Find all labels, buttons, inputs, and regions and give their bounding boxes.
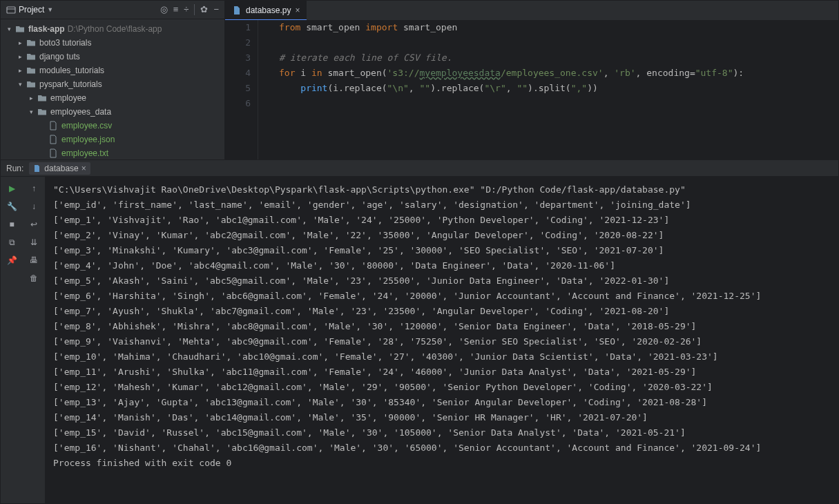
file-icon (48, 148, 59, 158)
layout-icon[interactable]: ⧉ (4, 235, 19, 250)
console-line: "C:\Users\Vishvajit Rao\OneDrive\Desktop… (53, 182, 830, 197)
tree-folder-employee[interactable]: ▸ employee (1, 91, 224, 105)
python-file-icon (232, 6, 242, 15)
wrap-icon[interactable]: ↩ (26, 217, 41, 232)
console-line: ['emp_10', 'Mahima', 'Chaudhari', 'abc10… (53, 349, 830, 365)
run-panel: Run: database × ▶ 🔧 ■ ⧉ 📌 ↑ ↓ ↩ ⇊ 🖶 🗑 "C… (1, 159, 838, 504)
console-line: ['emp_13', 'Ajay', 'Gupta', 'abc13@gmail… (53, 395, 830, 410)
console-output[interactable]: "C:\Users\Vishvajit Rao\OneDrive\Desktop… (45, 177, 838, 504)
scroll-icon[interactable]: ⇊ (26, 235, 41, 250)
console-line: ['emp_15', 'David', 'Russel', 'abc15@gma… (53, 425, 830, 440)
gear-icon[interactable]: ✿ (200, 4, 208, 15)
console-line: Process finished with exit code 0 (53, 456, 830, 471)
python-file-icon (33, 164, 41, 173)
close-icon[interactable]: × (81, 164, 86, 173)
console-line: ['emp_7', 'Ayush', 'Shukla', 'abc7@gmail… (53, 304, 830, 319)
tree-root[interactable]: ▾ flask-app D:\Python Code\flask-app (1, 22, 224, 36)
console-line: ['emp_5', 'Akash', 'Saini', 'abc5@gmail.… (53, 273, 830, 289)
tree-folder[interactable]: ▸ boto3 tutorials (1, 36, 224, 50)
project-header: Project ▼ ◎ ≡ ÷ ✿ − (1, 1, 224, 19)
target-icon[interactable]: ◎ (160, 4, 168, 15)
code-body[interactable]: from smart_open import smart_open # iter… (258, 20, 838, 159)
console-line: ['emp_14', 'Manish', 'Das', 'abc14@gmail… (53, 410, 830, 425)
console-line: ['emp_3', 'Minakshi', 'Kumary', 'abc3@gm… (53, 243, 830, 258)
hide-icon[interactable]: − (213, 4, 219, 15)
console-line: ['emp_9', 'Vaishanvi', 'Mehta', 'abc9@gm… (53, 334, 830, 349)
collapse-icon[interactable]: ÷ (184, 4, 189, 15)
svg-rect-0 (7, 7, 15, 13)
console-line: ['emp_2', 'Vinay', 'Kumar', 'abc2@gmail.… (53, 228, 830, 243)
close-icon[interactable]: × (295, 6, 300, 15)
tree-folder[interactable]: ▸ django tuts (1, 50, 224, 64)
tree-file[interactable]: employee.csv (1, 119, 224, 133)
tree-file[interactable]: employee.json (1, 133, 224, 146)
wrench-icon[interactable]: 🔧 (4, 199, 19, 214)
tree-folder-employees-data[interactable]: ▾ employees_data (1, 105, 224, 119)
console-line: ['emp_8', 'Abhishek', 'Mishra', 'abc8@gm… (53, 319, 830, 334)
run-toolbar-inner: ↑ ↓ ↩ ⇊ 🖶 🗑 (23, 177, 45, 504)
code-editor[interactable]: 123456 from smart_open import smart_open… (225, 20, 838, 159)
tree-file[interactable]: employee.txt (1, 146, 224, 159)
pin-icon[interactable]: 📌 (4, 253, 19, 268)
tree-folder[interactable]: ▸ modules_tutorials (1, 64, 224, 77)
line-gutter: 123456 (225, 20, 258, 159)
editor-area: database.py × 123456 from smart_open imp… (225, 1, 838, 159)
project-tool-icon (6, 5, 16, 14)
file-icon (48, 135, 59, 144)
run-header: Run: database × (1, 160, 838, 177)
console-line: ['emp_16', 'Nishant', 'Chahal', 'abc16@g… (53, 440, 830, 456)
trash-icon[interactable]: 🗑 (26, 271, 41, 286)
project-title[interactable]: Project (19, 5, 44, 14)
up-icon[interactable]: ↑ (26, 181, 41, 196)
console-line: ['emp_4', 'John', 'Doe', 'abc4@gmail.com… (53, 258, 830, 273)
run-toolbar-outer: ▶ 🔧 ■ ⧉ 📌 (1, 177, 23, 504)
console-line: ['emp_6', 'Harshita', 'Singh', 'abc6@gma… (53, 289, 830, 304)
run-tab[interactable]: database × (29, 162, 90, 175)
editor-tabs: database.py × (225, 1, 838, 20)
down-icon[interactable]: ↓ (26, 199, 41, 214)
print-icon[interactable]: 🖶 (26, 253, 41, 268)
file-icon (48, 121, 59, 130)
divider (194, 4, 195, 15)
tree-folder[interactable]: ▾ pyspark_tutorials (1, 77, 224, 91)
run-title: Run: (6, 164, 23, 173)
console-line: ['emp_1', 'Vishvajit', 'Rao', 'abc1@gmai… (53, 213, 830, 228)
console-line: ['emp_id', 'first_name', 'last_name', 'e… (53, 197, 830, 213)
project-tree: ▾ flask-app D:\Python Code\flask-app ▸ b… (1, 19, 224, 159)
run-icon[interactable]: ▶ (4, 181, 19, 196)
chevron-down-icon[interactable]: ▼ (47, 6, 53, 13)
expand-icon[interactable]: ≡ (173, 4, 179, 15)
stop-icon[interactable]: ■ (4, 217, 19, 232)
project-pane: Project ▼ ◎ ≡ ÷ ✿ − ▾ flask-app D:\Pytho… (1, 1, 225, 159)
editor-tab-database[interactable]: database.py × (225, 1, 307, 20)
console-line: ['emp_12', 'Mahesh', 'Kumar', 'abc12@gma… (53, 380, 830, 395)
console-line: ['emp_11', 'Arushi', 'Shulka', 'abc11@gm… (53, 365, 830, 380)
